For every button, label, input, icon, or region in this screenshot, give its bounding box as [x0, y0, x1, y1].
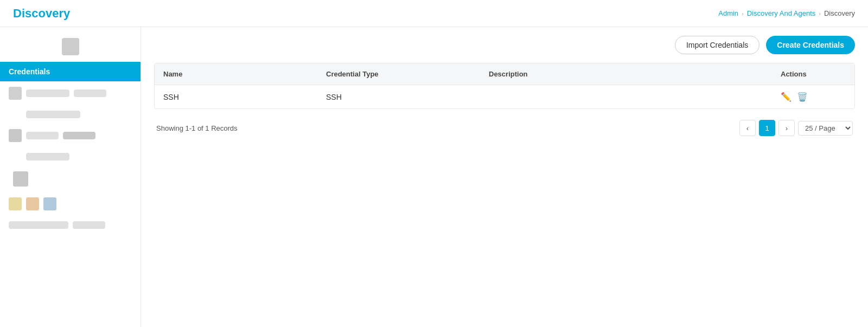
col-header-type: Credential Type [326, 70, 489, 78]
sk-icon-5 [13, 171, 28, 187]
breadcrumb-current: Discovery [824, 9, 855, 17]
pagination: Showing 1-1 of 1 Records ‹ 1 › 25 / Page… [154, 120, 855, 136]
sidebar-skeleton-1 [0, 81, 141, 105]
page-1-button[interactable]: 1 [759, 120, 775, 136]
breadcrumb-sep-2: › [819, 10, 821, 17]
sk-text-1a [26, 89, 69, 97]
sidebar-skeleton-2 [0, 105, 141, 124]
breadcrumb-discovery-agents[interactable]: Discovery And Agents [747, 9, 815, 17]
toolbar: Import Credentials Create Credentials [154, 36, 855, 54]
sidebar-top-icon [62, 38, 79, 55]
pagination-controls: ‹ 1 › 25 / Page 50 / Page 100 / Page [739, 120, 853, 136]
sidebar-skeleton-7 [0, 216, 141, 234]
next-page-button[interactable]: › [778, 120, 795, 136]
col-header-description: Description [489, 70, 781, 78]
sk-icon-6b [26, 197, 39, 210]
sidebar-top-section [0, 34, 141, 62]
page-size-select[interactable]: 25 / Page 50 / Page 100 / Page [798, 121, 853, 136]
sk-text-3a [26, 132, 59, 139]
sk-text-7b [73, 221, 105, 229]
table-row: SSH SSH ✏️ 🗑️ [155, 85, 854, 108]
main-layout: Credentials [0, 27, 868, 327]
sidebar-item-credentials[interactable]: Credentials [0, 62, 141, 81]
sidebar: Credentials [0, 27, 141, 327]
import-credentials-button[interactable]: Import Credentials [675, 36, 760, 54]
edit-icon[interactable]: ✏️ [781, 92, 792, 102]
sk-text-2a [26, 111, 80, 118]
create-credentials-button[interactable]: Create Credentials [766, 36, 855, 54]
sidebar-skeleton-4 [0, 148, 141, 166]
sk-icon-6a [9, 197, 22, 210]
sidebar-skeleton-5 [0, 166, 141, 192]
sk-text-7a [9, 221, 68, 229]
main-content: Import Credentials Create Credentials Na… [141, 27, 868, 327]
col-header-actions: Actions [781, 70, 846, 78]
sidebar-skeleton-3 [0, 124, 141, 148]
pagination-info: Showing 1-1 of 1 Records [156, 124, 238, 132]
sidebar-skeleton-6 [0, 192, 141, 216]
col-header-name: Name [163, 70, 326, 78]
sk-icon-6c [43, 197, 56, 210]
app-title: Discovery [13, 7, 70, 21]
sk-text-1b [74, 89, 106, 97]
breadcrumb-admin[interactable]: Admin [718, 9, 738, 17]
top-header: Discovery Admin › Discovery And Agents ›… [0, 0, 868, 27]
table-header: Name Credential Type Description Actions [155, 63, 854, 85]
sk-icon-1 [9, 87, 22, 100]
sk-text-3b [63, 132, 95, 139]
cell-type: SSH [326, 93, 489, 101]
sk-icon-3 [9, 129, 22, 142]
cell-name: SSH [163, 93, 326, 101]
prev-page-button[interactable]: ‹ [739, 120, 756, 136]
delete-icon[interactable]: 🗑️ [797, 92, 808, 102]
sk-text-4a [26, 153, 69, 161]
credentials-table: Name Credential Type Description Actions… [154, 63, 855, 109]
cell-actions: ✏️ 🗑️ [781, 92, 846, 102]
breadcrumb-sep-1: › [742, 10, 744, 17]
breadcrumb: Admin › Discovery And Agents › Discovery [718, 9, 855, 17]
